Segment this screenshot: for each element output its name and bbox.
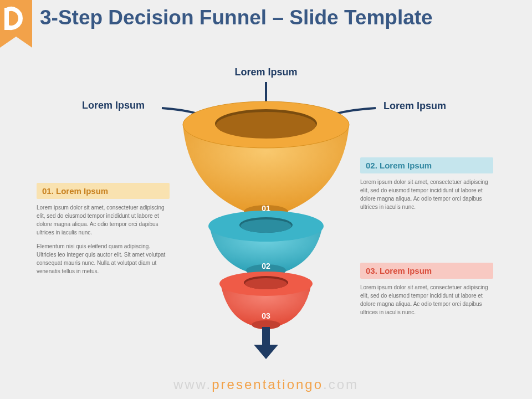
arrow-output-icon [254,327,278,359]
brand-logo [0,0,32,48]
funnel-segment-1 [183,101,349,218]
svg-point-7 [208,211,324,242]
svg-rect-0 [4,8,9,30]
svg-point-9 [241,219,291,233]
callout-2: 02. Lorem Ipsum Lorem ipsum dolor sit am… [360,157,493,211]
callout-1-heading: 01. Lorem Ipsum [37,183,170,199]
svg-rect-14 [262,327,270,346]
callout-3: 03. Lorem Ipsum Lorem ipsum dolor sit am… [360,263,493,316]
svg-point-11 [244,276,288,289]
funnel-segment-3 [219,272,313,329]
callout-1: 01. Lorem Ipsum Lorem ipsum dolor sit am… [37,183,170,275]
slide-title: 3-Step Decision Funnel – Slide Template [40,7,521,29]
segment-number-2: 02 [262,262,270,270]
svg-point-2 [183,101,349,148]
footer-url: www.presentationgo.com [0,377,532,392]
callout-3-body: Lorem ipsum dolor sit amet, consectetuer… [360,283,493,316]
input-label-right: Lorem Ipsum [383,100,446,112]
segment-number-1: 01 [262,204,270,213]
svg-point-3 [183,101,349,148]
callout-1-body: Lorem ipsum dolor sit amet, consectetuer… [37,203,170,275]
svg-point-12 [245,278,287,289]
svg-point-13 [252,320,280,329]
arrow-right-icon [304,108,376,127]
svg-point-4 [215,109,317,138]
callout-2-body: Lorem ipsum dolor sit amet, consectetuer… [360,178,493,211]
callout-3-heading: 03. Lorem Ipsum [360,263,493,279]
svg-point-10 [219,272,313,296]
svg-point-8 [239,217,293,233]
input-label-top: Lorem Ipsum [211,66,321,78]
slide: 3-Step Decision Funnel – Slide Template … [0,0,532,399]
callout-2-heading: 02. Lorem Ipsum [360,157,493,173]
arrow-left-icon [162,108,228,127]
input-label-left: Lorem Ipsum [82,100,145,111]
svg-point-5 [216,112,316,139]
segment-number-3: 03 [262,311,270,320]
